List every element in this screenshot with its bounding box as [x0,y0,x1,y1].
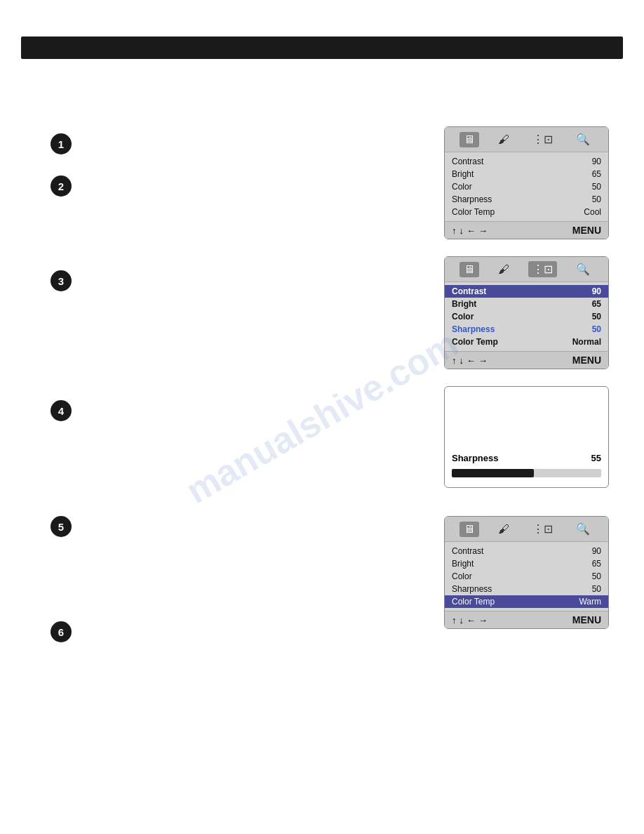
sharpness-bar-bg [452,469,601,477]
step-circle-5: 5 [51,516,72,537]
osd-menu-items-1: Contrast 90 Bright 65 Color 50 Sharpness… [445,152,608,221]
step-circle-3: 3 [51,270,72,291]
tv-icon-1: 🖥 [459,132,479,147]
tv-icon-4: 🖥 [459,522,479,537]
osd-item-colortemp-4: Color Temp Warm [445,595,608,608]
osd-panel-warm: 🖥 🖌 ⋮⊡ 🔍 Contrast 90 Bright 65 Color 50 … [444,516,609,629]
grid-icon-1: ⋮⊡ [528,131,557,147]
osd-item-sharpness-2: Sharpness 50 [452,323,601,336]
osd-item-colortemp-1: Color Temp Cool [452,206,601,218]
osd-label-bright-4: Bright [452,559,474,569]
osd-label-sharpness-1: Sharpness [452,194,492,204]
osd-item-colortemp-2: Color Temp Normal [452,336,601,348]
sharpness-label: Sharpness [452,453,498,463]
nav-up-1: ↑ [452,225,457,236]
osd-label-color-4: Color [452,571,472,581]
osd-label-colortemp-2: Color Temp [452,337,498,347]
osd-value-color-1: 50 [592,182,601,192]
osd-label-contrast-2: Contrast [452,286,486,296]
osd-item-bright-2: Bright 65 [452,298,601,310]
osd-value-colortemp-4: Warm [579,597,601,607]
step-number-1: 1 [51,133,72,154]
osd-label-bright-1: Bright [452,169,474,179]
osd-nav-arrows-4: ↑ ↓ ← → [452,615,488,626]
osd-menu-items-2: Contrast 90 Bright 65 Color 50 Sharpness… [445,282,608,351]
osd-item-color-4: Color 50 [452,570,601,583]
osd-label-bright-2: Bright [452,299,476,309]
magnifier-icon-4: 🔍 [572,521,594,537]
nav-down-1: ↓ [459,225,464,236]
osd-item-color-1: Color 50 [452,180,601,193]
osd-nav-bar-1: ↑ ↓ ← → MENU [445,221,608,239]
osd-item-bright-1: Bright 65 [452,168,601,180]
osd-panel-cool: 🖥 🖌 ⋮⊡ 🔍 Contrast 90 Bright 65 Color 50 … [444,126,609,239]
osd-label-sharpness-2: Sharpness [452,324,495,334]
osd-value-bright-2: 65 [592,299,601,309]
osd-panel-normal: 🖥 🖌 ⋮⊡ 🔍 Contrast 90 Bright 65 Color 50 … [444,256,609,369]
step-number-4: 4 [51,400,72,421]
watermark: manualshive.com [179,322,465,512]
step-circle-2: 2 [51,176,72,197]
magnifier-icon-1: 🔍 [572,131,594,147]
nav-right-4: → [478,615,488,626]
osd-value-colortemp-1: Cool [584,207,601,217]
osd-item-contrast-1: Contrast 90 [452,155,601,168]
step-circle-1: 1 [51,133,72,154]
osd-panel-sharpness: Sharpness 55 [444,386,609,488]
osd-icon-bar-4: 🖥 🖌 ⋮⊡ 🔍 [445,517,608,542]
nav-down-4: ↓ [459,615,464,626]
osd-item-contrast-2: Contrast 90 [445,285,608,298]
step-number-3: 3 [51,270,72,291]
osd-label-contrast-4: Contrast [452,546,483,556]
step-circle-4: 4 [51,400,72,421]
osd-label-color-2: Color [452,312,474,322]
osd-menu-label-4: MENU [572,614,601,626]
osd-nav-arrows-1: ↑ ↓ ← → [452,225,488,236]
osd-value-bright-1: 65 [592,169,601,179]
osd-value-contrast-1: 90 [592,157,601,166]
osd-item-sharpness-1: Sharpness 50 [452,193,601,206]
osd-value-color-2: 50 [592,312,601,322]
osd-item-bright-4: Bright 65 [452,557,601,570]
osd-item-sharpness-4: Sharpness 50 [452,583,601,595]
osd-value-bright-4: 65 [592,559,601,569]
nav-down-2: ↓ [459,355,464,366]
osd-icon-bar-1: 🖥 🖌 ⋮⊡ 🔍 [445,127,608,152]
osd-value-colortemp-2: Normal [572,337,601,347]
magnifier-icon-2: 🔍 [572,261,594,277]
osd-menu-label-1: MENU [572,225,601,236]
osd-menu-items-4: Contrast 90 Bright 65 Color 50 Sharpness… [445,542,608,611]
sharpness-bar-fill [452,469,534,477]
step-number-5: 5 [51,516,72,537]
osd-value-sharpness-4: 50 [592,584,601,594]
brush-icon-1: 🖌 [494,132,514,147]
sharpness-row: Sharpness 55 [452,453,601,463]
osd-label-colortemp-1: Color Temp [452,207,495,217]
osd-value-sharpness-2: 50 [592,324,601,334]
osd-item-color-2: Color 50 [452,310,601,323]
nav-left-2: ← [467,355,476,366]
step-number-2: 2 [51,176,72,197]
step-circle-6: 6 [51,621,72,642]
osd-item-contrast-4: Contrast 90 [452,545,601,557]
osd-value-contrast-4: 90 [592,546,601,556]
osd-value-contrast-2: 90 [592,286,601,296]
nav-up-4: ↑ [452,615,457,626]
osd-icon-bar-2: 🖥 🖌 ⋮⊡ 🔍 [445,257,608,282]
nav-left-4: ← [467,615,476,626]
grid-icon-4: ⋮⊡ [528,521,557,537]
osd-nav-arrows-2: ↑ ↓ ← → [452,355,488,366]
osd-label-contrast-1: Contrast [452,157,483,166]
osd-nav-bar-4: ↑ ↓ ← → MENU [445,611,608,628]
osd-value-sharpness-1: 50 [592,194,601,204]
osd-value-color-4: 50 [592,571,601,581]
step-number-6: 6 [51,621,72,642]
nav-right-1: → [478,225,488,236]
osd-label-sharpness-4: Sharpness [452,584,492,594]
tv-icon-2: 🖥 [459,262,479,277]
header-bar [21,37,623,59]
osd-nav-bar-2: ↑ ↓ ← → MENU [445,351,608,369]
osd-label-color-1: Color [452,182,472,192]
sharpness-value: 55 [591,453,601,463]
nav-up-2: ↑ [452,355,457,366]
